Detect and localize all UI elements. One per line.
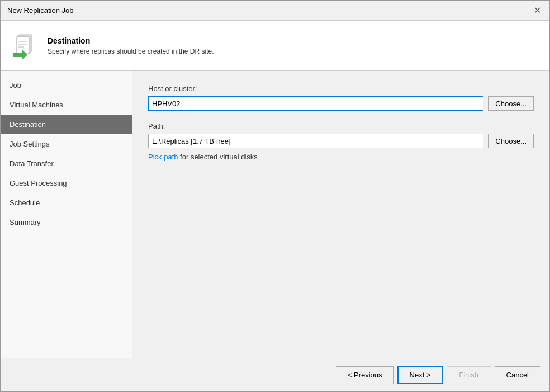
host-choose-button[interactable]: Choose...	[488, 96, 534, 111]
sidebar-item-destination[interactable]: Destination	[1, 115, 132, 134]
header-subtitle: Specify where replicas should be created…	[48, 48, 214, 55]
close-button[interactable]: ✕	[532, 5, 543, 16]
sidebar-item-summary[interactable]: Summary	[1, 212, 132, 232]
host-input[interactable]	[148, 96, 483, 111]
main-content: Job Virtual Machines Destination Job Set…	[1, 71, 549, 358]
sidebar: Job Virtual Machines Destination Job Set…	[1, 71, 132, 358]
pick-path-suffix: for selected virtual disks	[178, 153, 257, 161]
header-title: Destination	[48, 36, 214, 45]
path-form-group: Path: Choose... Pick path for selected v…	[148, 122, 534, 161]
sidebar-item-guest-processing[interactable]: Guest Processing	[1, 173, 132, 193]
content-area: Host or cluster: Choose... Path: Choose.…	[132, 71, 549, 358]
finish-button[interactable]: Finish	[447, 366, 491, 384]
dialog-window: New Replication Job ✕ Destination Specif…	[0, 0, 550, 392]
pick-path-link[interactable]: Pick path	[148, 153, 178, 161]
sidebar-item-data-transfer[interactable]: Data Transfer	[1, 154, 132, 173]
path-input[interactable]	[148, 134, 483, 148]
host-form-group: Host or cluster: Choose...	[148, 84, 534, 111]
path-input-row: Choose...	[148, 134, 534, 148]
footer: < Previous Next > Finish Cancel	[1, 358, 549, 391]
host-input-row: Choose...	[148, 96, 534, 111]
next-button[interactable]: Next >	[397, 366, 443, 384]
header-section: Destination Specify where replicas shoul…	[1, 21, 549, 71]
host-label: Host or cluster:	[148, 84, 534, 93]
destination-icon	[12, 32, 39, 59]
cancel-button[interactable]: Cancel	[495, 366, 540, 384]
path-choose-button[interactable]: Choose...	[488, 134, 534, 148]
sidebar-item-virtual-machines[interactable]: Virtual Machines	[1, 95, 132, 115]
sidebar-item-job[interactable]: Job	[1, 75, 132, 95]
window-title: New Replication Job	[7, 6, 74, 15]
pick-path-row: Pick path for selected virtual disks	[148, 153, 534, 161]
path-label: Path:	[148, 122, 534, 130]
title-bar: New Replication Job ✕	[1, 1, 549, 21]
sidebar-item-schedule[interactable]: Schedule	[1, 193, 132, 212]
sidebar-item-job-settings[interactable]: Job Settings	[1, 134, 132, 154]
header-text: Destination Specify where replicas shoul…	[48, 36, 214, 55]
previous-button[interactable]: < Previous	[336, 366, 394, 384]
